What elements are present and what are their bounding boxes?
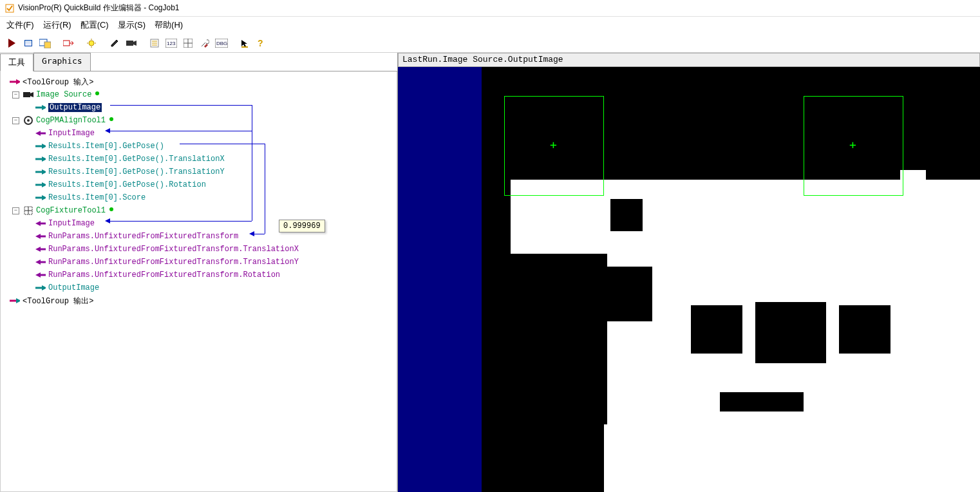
pmalign-child-label: InputImage bbox=[48, 129, 95, 138]
image-view-header: LastRun.Image Source.OutputImage bbox=[398, 53, 980, 67]
target-node-icon bbox=[23, 117, 33, 124]
dbg-icon[interactable]: DBG bbox=[214, 35, 229, 51]
svg-marker-21 bbox=[30, 92, 33, 97]
tool-tree[interactable]: <ToolGroup 输入> − Image Source OutputImag… bbox=[0, 71, 397, 492]
camera-icon[interactable] bbox=[124, 35, 139, 51]
left-tabs: 工具 Graphics bbox=[0, 53, 397, 71]
arrow-left-icon bbox=[35, 245, 46, 253]
status-dot-icon bbox=[109, 207, 113, 211]
toolgroup-output-label: <ToolGroup 输出> bbox=[23, 296, 93, 307]
save-window-button[interactable] bbox=[37, 35, 53, 51]
arrow-right-icon bbox=[35, 181, 46, 189]
arrow-left-icon bbox=[35, 258, 46, 266]
menu-run[interactable]: 运行(R) bbox=[43, 19, 71, 31]
arrow-in-icon bbox=[10, 78, 20, 86]
image-view[interactable]: + + https://blog.csdn.net/weixin_4229137… bbox=[398, 67, 980, 492]
window-button[interactable] bbox=[21, 35, 36, 51]
grid-123-icon[interactable]: 123 bbox=[164, 35, 179, 51]
pmalign-label: CogPMAlignTool1 bbox=[36, 116, 106, 125]
fixture-child-label: RunParams.UnfixturedFromFixturedTransfor… bbox=[48, 232, 238, 241]
svg-text:?: ? bbox=[258, 39, 263, 48]
arrow-right-icon bbox=[35, 194, 46, 202]
pmalign-child-row[interactable]: InputImage bbox=[3, 127, 394, 140]
pmalign-child-label: Results.Item[0].GetPose().TranslationY bbox=[48, 167, 225, 176]
svg-marker-35 bbox=[42, 182, 46, 187]
input-icon[interactable] bbox=[61, 35, 76, 51]
tools-icon[interactable] bbox=[197, 35, 212, 51]
status-dot-icon bbox=[109, 117, 113, 121]
menu-help[interactable]: 帮助(H) bbox=[155, 19, 183, 31]
svg-marker-10 bbox=[133, 41, 137, 46]
arrow-right-icon bbox=[35, 142, 46, 150]
menu-display[interactable]: 显示(S) bbox=[118, 19, 146, 31]
svg-marker-53 bbox=[16, 298, 20, 303]
toolbar: 123 DBG ? bbox=[0, 33, 980, 53]
arrow-left-icon bbox=[35, 271, 46, 279]
image-source-output-row[interactable]: OutputImage bbox=[3, 101, 394, 114]
arrow-right-icon bbox=[35, 155, 46, 163]
image-source-row[interactable]: − Image Source bbox=[3, 88, 394, 101]
white-spot bbox=[900, 170, 926, 196]
tab-tools[interactable]: 工具 bbox=[0, 53, 33, 71]
fixture-child-label: RunParams.UnfixturedFromFixturedTransfor… bbox=[48, 270, 280, 279]
app-icon bbox=[5, 4, 14, 13]
fixture-child-row[interactable]: RunParams.UnfixturedFromFixturedTransfor… bbox=[3, 243, 394, 256]
light-icon[interactable] bbox=[84, 35, 99, 51]
pmalign-child-row[interactable]: Results.Item[0].GetPose().TranslationX bbox=[3, 153, 394, 166]
fixture-child-label: RunParams.UnfixturedFromFixturedTransfor… bbox=[48, 245, 299, 254]
camera-node-icon bbox=[23, 91, 33, 99]
svg-marker-47 bbox=[35, 260, 41, 265]
run-button[interactable] bbox=[4, 35, 19, 51]
sheet-icon[interactable] bbox=[147, 35, 162, 51]
watermark: https://blog.csdn.net/weixin_42291376 bbox=[808, 475, 972, 486]
pmalign-child-row[interactable]: Results.Item[0].GetPose().TranslationY bbox=[3, 166, 394, 178]
svg-marker-26 bbox=[35, 131, 41, 136]
menu-bar: 文件(F) 运行(R) 配置(C) 显示(S) 帮助(H) bbox=[0, 17, 980, 33]
svg-marker-33 bbox=[42, 169, 46, 175]
grid-icon[interactable] bbox=[180, 35, 196, 51]
svg-text:DBG: DBG bbox=[216, 41, 227, 46]
roi-2-center-icon: + bbox=[849, 138, 856, 151]
image-margin bbox=[398, 67, 482, 492]
status-dot-icon bbox=[95, 91, 99, 95]
arrow-left-icon bbox=[35, 129, 46, 137]
cursor-icon[interactable] bbox=[237, 35, 252, 51]
fixture-child-row[interactable]: RunParams.UnfixturedFromFixturedTransfor… bbox=[3, 256, 394, 269]
toolgroup-input-row[interactable]: <ToolGroup 输入> bbox=[3, 75, 394, 88]
collapse-icon[interactable]: − bbox=[12, 207, 19, 214]
toolgroup-input-label: <ToolGroup 输入> bbox=[23, 77, 93, 88]
svg-marker-23 bbox=[42, 105, 46, 110]
fixture-child-label: InputImage bbox=[48, 219, 95, 228]
arrow-left-icon bbox=[35, 232, 46, 240]
pmalign-child-row[interactable]: Results.Item[0].GetPose().Rotation bbox=[3, 178, 394, 191]
menu-file[interactable]: 文件(F) bbox=[6, 19, 34, 31]
tab-graphics[interactable]: Graphics bbox=[33, 53, 91, 71]
svg-marker-29 bbox=[42, 144, 46, 149]
menu-config[interactable]: 配置(C) bbox=[80, 19, 109, 31]
svg-marker-41 bbox=[35, 221, 41, 226]
pmalign-child-row[interactable]: Results.Item[0].Score bbox=[3, 191, 394, 204]
help-icon[interactable]: ? bbox=[254, 35, 269, 51]
collapse-icon[interactable]: − bbox=[12, 117, 19, 124]
arrow-right-icon bbox=[35, 168, 46, 176]
pmalign-child-row[interactable]: Results.Item[0].GetPose() bbox=[3, 140, 394, 153]
svg-marker-31 bbox=[42, 156, 46, 162]
fixture-child-row[interactable]: RunParams.UnfixturedFromFixturedTransfor… bbox=[3, 269, 394, 281]
svg-marker-49 bbox=[35, 272, 41, 278]
fixture-child-row[interactable]: RunParams.UnfixturedFromFixturedTransfor… bbox=[3, 230, 394, 243]
pmalign-child-label: Results.Item[0].GetPose().Rotation bbox=[48, 180, 206, 189]
toolgroup-output-row[interactable]: <ToolGroup 输出> bbox=[3, 294, 394, 307]
pmalign-row[interactable]: − CogPMAlignTool1 bbox=[3, 114, 394, 127]
fixture-child-label: OutputImage bbox=[48, 283, 99, 292]
svg-point-4 bbox=[89, 41, 94, 46]
image-source-label: Image Source bbox=[36, 90, 91, 99]
collapse-icon[interactable]: − bbox=[12, 91, 19, 99]
fixture-row[interactable]: − CogFixtureTool1 bbox=[3, 204, 394, 217]
image-source-output-label: OutputImage bbox=[48, 103, 102, 112]
fixture-child-label: RunParams.UnfixturedFromFixturedTransfor… bbox=[48, 258, 299, 267]
svg-marker-43 bbox=[35, 234, 41, 239]
fixture-child-row[interactable]: OutputImage bbox=[3, 281, 394, 294]
fixture-child-row[interactable]: InputImage bbox=[3, 217, 394, 230]
pmalign-child-label: Results.Item[0].GetPose().TranslationX bbox=[48, 155, 225, 164]
edit-icon[interactable] bbox=[107, 35, 122, 51]
